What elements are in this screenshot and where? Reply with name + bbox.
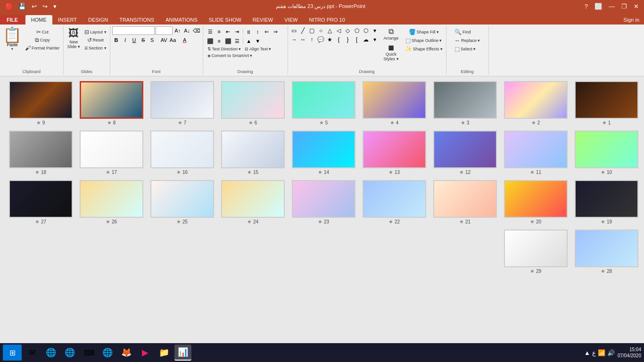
customize-icon[interactable]: ▾ (52, 3, 58, 10)
slide-thumb-16[interactable]: ★16 (149, 131, 215, 175)
align-right-button[interactable]: ⬛ (224, 37, 232, 45)
shape-fill-button[interactable]: 🪣 Shape Fill ▾ (407, 28, 440, 36)
tab-transitions[interactable]: TRANSITIONS (114, 15, 160, 25)
slide-thumb-11[interactable]: ★11 (503, 131, 569, 175)
slide-thumb-28[interactable]: ★28 (573, 230, 639, 274)
slide-thumb-19[interactable]: ★19 (573, 180, 639, 225)
align-left-button[interactable]: ⬛ (206, 37, 215, 45)
slide-thumb-4[interactable]: ★4 (361, 81, 427, 126)
find-button[interactable]: 🔍 Find (453, 28, 481, 36)
shape-outline-button[interactable]: ⬚ Shape Outline ▾ (404, 37, 443, 44)
tab-file[interactable]: FILE (0, 15, 25, 25)
slide-thumb-17[interactable]: ★17 (78, 131, 144, 175)
slide-thumb-14[interactable]: ★14 (290, 131, 356, 175)
slide-thumb-29[interactable]: ★29 (503, 230, 569, 274)
help-icon[interactable]: ? (583, 3, 589, 10)
shape-rtriangle[interactable]: ◁ (335, 26, 343, 35)
taskbar-chrome[interactable]: 🌐 (99, 345, 116, 361)
close-icon[interactable]: ✕ (632, 3, 640, 10)
shape-rect[interactable]: ▭ (290, 26, 298, 35)
copy-button[interactable]: ⧉ Copy (33, 36, 51, 44)
slide-thumb-13[interactable]: ★13 (361, 131, 427, 175)
taskbar-firefox[interactable]: 🦊 (118, 345, 135, 361)
increase-para-spacing-button[interactable]: ▼ (254, 37, 262, 45)
increase-indent-button[interactable]: ⇥ (233, 27, 241, 36)
taskbar-explorer[interactable]: 📁 (156, 345, 173, 361)
slide-thumb-21[interactable]: ★21 (432, 180, 498, 225)
quick-styles-button[interactable]: ◼ Quick Styles ▾ (382, 42, 401, 62)
slide-thumb-9[interactable]: ★9 (8, 81, 74, 126)
slide-thumb-12[interactable]: ★12 (432, 131, 498, 175)
shape-more[interactable]: ▾ (371, 26, 379, 35)
undo-icon[interactable]: ↩ (30, 3, 38, 10)
tray-arrow[interactable]: ▲ (584, 349, 590, 356)
save-icon[interactable]: 💾 (17, 3, 27, 10)
slide-thumb-24[interactable]: ★24 (220, 180, 286, 225)
tab-design[interactable]: DESIGN (83, 15, 114, 25)
minimize-icon[interactable]: — (607, 3, 616, 10)
strikethrough-button[interactable]: S (139, 36, 148, 44)
slide-thumb-26[interactable]: ★26 (78, 180, 144, 225)
format-painter-button[interactable]: 🖌 Format Painter (24, 44, 61, 52)
paste-arrow[interactable]: ▾ (11, 47, 13, 51)
tab-insert[interactable]: INSERT (52, 15, 83, 25)
slide-thumb-7[interactable]: ★7 (149, 81, 215, 126)
slide-thumb-6[interactable]: ★6 (220, 81, 286, 126)
decrease-para-spacing-button[interactable]: ▲ (245, 37, 253, 45)
underline-button[interactable]: U (130, 36, 139, 44)
shape-effects-button[interactable]: ✨ Shape Effects Shape Effects ▾ (404, 45, 444, 53)
section-button[interactable]: ≡ Section ▾ (83, 44, 108, 52)
convert-smartart-button[interactable]: ◈ Convert to SmartArt ▾ (206, 53, 285, 58)
shape-triangle[interactable]: △ (326, 26, 334, 35)
layout-button[interactable]: ⊟ Layout ▾ (83, 28, 108, 36)
align-text-button[interactable]: ⊟ Align Text ▾ (243, 46, 272, 52)
slide-thumb-25[interactable]: ★25 (149, 180, 215, 225)
ribbon-display-icon[interactable]: ⬜ (593, 3, 603, 10)
arrange-button[interactable]: ⧉ Arrange (381, 26, 402, 41)
slide-thumb-18[interactable]: ★18 (8, 131, 74, 175)
taskbar-powerpoint[interactable]: 📊 (174, 345, 191, 361)
shape-curly[interactable]: } (344, 35, 352, 44)
app-icon[interactable]: 🔴 (4, 3, 14, 10)
shape-roundrect[interactable]: ▢ (308, 26, 316, 35)
slide-thumb-15[interactable]: ★15 (220, 131, 286, 175)
text-direction-button[interactable]: ⇅ Text Direction ▾ (206, 46, 243, 52)
increase-font-button[interactable]: A↑ (173, 26, 182, 35)
shape-oval[interactable]: ○ (317, 26, 325, 35)
shape-callout[interactable]: 💬 (317, 35, 325, 44)
direction-rtl-button[interactable]: ⇐ (263, 27, 271, 36)
slide-thumb-22[interactable]: ★22 (361, 180, 427, 225)
shape-hexagon[interactable]: ⬡ (362, 26, 370, 35)
taskbar-keyboard[interactable]: ⌨ (80, 345, 97, 361)
taskbar-ie[interactable]: 🌐 (42, 345, 59, 361)
shape-smore[interactable]: ▾ (371, 35, 379, 44)
direction-ltr-button[interactable]: ⇒ (272, 27, 280, 36)
select-button[interactable]: ⬚ Select ▾ (453, 45, 481, 53)
slide-thumb-23[interactable]: ★23 (290, 180, 356, 225)
bullets-button[interactable]: ☰ (206, 27, 215, 36)
taskbar-media[interactable]: ▶ (137, 345, 154, 361)
align-center-button[interactable]: ≡ (215, 37, 223, 45)
taskbar-telegram[interactable]: ✉ (24, 345, 41, 361)
justify-button[interactable]: ☰ (233, 37, 241, 45)
italic-button[interactable]: I (121, 36, 130, 44)
columns-button[interactable]: ⫼ (245, 27, 253, 36)
decrease-font-button[interactable]: A↓ (183, 26, 191, 35)
text-shadow-button[interactable]: S (148, 36, 157, 44)
shape-brace[interactable]: { (335, 35, 343, 44)
new-slide-button[interactable]: 🖼 New Slide ▾ (66, 26, 83, 74)
slide-thumb-5[interactable]: ★5 (290, 81, 356, 126)
decrease-indent-button[interactable]: ⇤ (224, 27, 232, 36)
slide-thumb-3[interactable]: ★3 (432, 81, 498, 126)
paste-button[interactable]: 📋 Paste ▾ (2, 26, 23, 74)
tab-animations[interactable]: ANIMATIONS (160, 15, 203, 25)
tray-volume[interactable]: 🔊 (607, 349, 615, 356)
redo-icon[interactable]: ↪ (41, 3, 49, 10)
font-name-input[interactable] (112, 26, 155, 35)
tab-home[interactable]: HOME (25, 15, 52, 25)
tab-slideshow[interactable]: SLIDE SHOW (203, 15, 247, 25)
slide-thumb-8[interactable]: ★8 (78, 81, 144, 126)
cut-button[interactable]: ✂ Cut (35, 28, 50, 36)
font-size-input[interactable] (156, 26, 173, 35)
numbering-button[interactable]: ≡ (215, 27, 223, 36)
